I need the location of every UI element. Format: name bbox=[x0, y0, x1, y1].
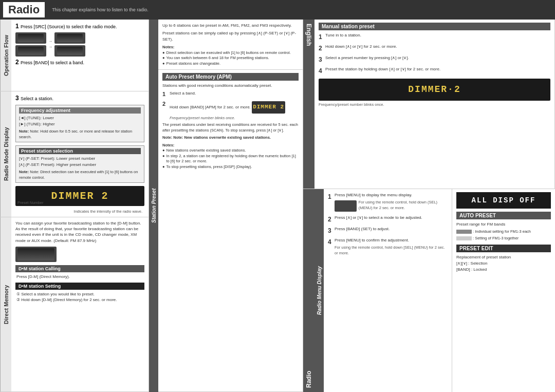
page-title: Radio bbox=[3, 2, 45, 17]
auto-preset-body: Preset range for FM bands : Individual s… bbox=[456, 221, 551, 241]
step2-num: 2 bbox=[15, 59, 21, 66]
op-arrows: → → bbox=[48, 39, 52, 49]
apm-steps: Stations with good receiving conditions … bbox=[162, 83, 299, 170]
manual-freq-blinks: Frequency/preset number blinks once. bbox=[319, 102, 550, 107]
apm-device-display: DIMMER 2 bbox=[252, 101, 285, 114]
page-header: Radio This chapter explains how to liste… bbox=[0, 0, 555, 20]
direct-memory-content: You can assign your favorite broadcastin… bbox=[11, 217, 149, 391]
op-images: → → bbox=[15, 32, 117, 57]
rm-step3-text: Press [BAND] (SET) to adjust. bbox=[335, 226, 390, 232]
preset-line2: [∧] (P-SET: Preset): Higher preset numbe… bbox=[19, 162, 141, 168]
radio-menu-steps: 1 Press [MENU] to display the menu displ… bbox=[328, 192, 448, 256]
device-inner-1 bbox=[18, 34, 44, 42]
apm-step1-text: Select a band. bbox=[170, 90, 196, 96]
step3-text: Select a station. bbox=[21, 96, 53, 101]
left-panel: Operation Flow 1 Press [SRC] (Source) to… bbox=[0, 20, 149, 392]
radio-label: Radio bbox=[305, 371, 312, 388]
rm-step4-num: 4 bbox=[328, 237, 333, 247]
dm-setting-title: D•M station Setting bbox=[15, 283, 144, 290]
fm2-label: : Setting of FM1-3 together bbox=[473, 235, 519, 241]
step3-num: 3 bbox=[15, 95, 21, 102]
manual-step4-num: 4 bbox=[319, 66, 324, 76]
freq-line2: [►] (TUNE): Higher bbox=[19, 121, 141, 127]
manual-step1-text: Tune in to a station. bbox=[325, 32, 361, 39]
op-devices bbox=[15, 32, 46, 57]
rm-step1-note: For using the remote control, hold down … bbox=[335, 199, 448, 213]
rm-step2-num: 2 bbox=[328, 215, 333, 224]
apm-step2-content: Hold down [BAND] [APM] for 2 sec. or mor… bbox=[170, 100, 285, 121]
dm-step2: ② Hold down [D-M] (Direct Memory) for 2 … bbox=[16, 297, 144, 303]
preset-edit-title: PRESET EDIT bbox=[456, 245, 551, 252]
fm-color-light bbox=[456, 236, 472, 240]
right-bottom-with-sidebar: Radio Radio Menu Display 1 Press [MENU] … bbox=[303, 189, 555, 392]
right-top-columns: Manual station preset 1 Tune in to a sta… bbox=[314, 20, 555, 189]
device-img-2 bbox=[15, 45, 46, 57]
radio-menu-label: Radio Menu Display bbox=[317, 266, 322, 315]
preset-sel-body: [∨] (P-SET: Preset): Lower preset number… bbox=[19, 156, 141, 180]
preset-line1: [∨] (P-SET: Preset): Lower preset number bbox=[19, 156, 141, 162]
sp-text1: Up to 6 stations can be preset in AM, FM… bbox=[162, 23, 299, 29]
sp-notes: Notes: ●Direct selection can be executed… bbox=[162, 45, 299, 66]
right-top-inner: Manual station preset 1 Tune in to a sta… bbox=[314, 20, 555, 189]
manual-step3-num: 3 bbox=[319, 55, 324, 64]
all-disp-box: ALL DISP OFF bbox=[456, 192, 551, 209]
manual-step2-num: 2 bbox=[319, 44, 324, 53]
remote-device-img bbox=[335, 200, 357, 212]
fm-color-dark bbox=[456, 230, 472, 234]
apm-note1: ●New stations overwrite existing saved s… bbox=[162, 148, 299, 154]
preset-edit-line2: [∧][∨] : Selection bbox=[456, 260, 551, 267]
manual-step4-text: Preset the station by holding down [∧] o… bbox=[325, 66, 440, 72]
rm-step4-note: For using the remote control, hold down … bbox=[335, 245, 448, 256]
dm-calling-title: D•M station Calling bbox=[15, 265, 144, 272]
step2: 2 Press [BAND] to select a band. bbox=[15, 59, 117, 66]
device-img-1 bbox=[15, 32, 46, 44]
station-preset-content: Up to 6 stations can be preset in AM, FM… bbox=[158, 20, 303, 392]
station-preset-label: Station Preset bbox=[151, 189, 157, 223]
radio-mode-content: 3 Select a station. Frequency adjustment… bbox=[11, 91, 149, 217]
station-preset-top: Up to 6 stations can be preset in AM, FM… bbox=[158, 20, 303, 70]
apm-bottom-note: Note: Note: New stations overwrite exist… bbox=[162, 135, 299, 141]
rm-step4-content: Press [MENU] to confirm the adjustment. … bbox=[335, 237, 448, 256]
radio-display-wrapper: Band Frequency DIMMER 2 Preset Number bbox=[15, 186, 144, 206]
manual-step3-text: Select a preset number by pressing [∧] o… bbox=[325, 55, 409, 61]
sp-text2: Preset stations can be simply called up … bbox=[162, 30, 299, 43]
manual-steps: 1 Tune in to a station. 2 Hold down [∧] … bbox=[319, 32, 550, 107]
apm-note2: ●In step 2, a station can be registered … bbox=[162, 154, 299, 164]
radio-menu-step2: 2 Press [∧] or [∨] to select a mode to b… bbox=[328, 215, 448, 224]
direct-memory-section: Direct Memory You can assign your favori… bbox=[0, 217, 149, 392]
freq-line1: [◄] (TUNE): Lower bbox=[19, 115, 141, 121]
preset-range: Preset range for FM bands bbox=[456, 221, 551, 228]
manual-display-text: DIMMER·2 bbox=[408, 84, 460, 95]
apm-step2-text: Hold down [BAND] [APM] for 2 sec. or mor… bbox=[170, 105, 251, 109]
apm-note3: ●To stop presetting stations, press [DIS… bbox=[162, 164, 299, 170]
all-disp-text: ALL DISP OFF bbox=[472, 196, 536, 204]
fm1-label: : Individual setting for FM1-3 each bbox=[473, 229, 531, 234]
manual-display-area: DIMMER·2 Frequency/preset number blinks … bbox=[319, 79, 550, 107]
dm-device-img bbox=[15, 247, 57, 262]
english-label: English bbox=[305, 24, 312, 46]
radio-right-boxes: ALL DISP OFF AUTO PRESET Preset range fo… bbox=[452, 189, 555, 392]
manual-step2-text: Hold down [∧] or [∨] for 2 sec. or more. bbox=[325, 44, 397, 50]
device-inner-2 bbox=[18, 47, 44, 55]
rm-step4-text: Press [MENU] to confirm the adjustment. bbox=[335, 237, 448, 244]
device-img-4 bbox=[54, 45, 85, 57]
dm-setting-body: ① Select a station you would like to pre… bbox=[15, 291, 144, 303]
operation-flow-content: 1 Press [SRC] (Source) to select the rad… bbox=[11, 20, 121, 91]
apm-step2-num: 2 bbox=[162, 100, 168, 108]
step1: 1 Press [SRC] (Source) to select the rad… bbox=[15, 23, 117, 30]
fm2-bar: : Setting of FM1-3 together bbox=[456, 235, 551, 241]
radio-menu-step1: 1 Press [MENU] to display the menu displ… bbox=[328, 192, 448, 213]
freq-adj-title: Frequency adjustment bbox=[19, 107, 141, 114]
preset-station-selection-box: Preset station selection [∨] (P-SET: Pre… bbox=[15, 145, 144, 183]
preset-label: Preset Number bbox=[17, 200, 43, 205]
dm-calling-body: Press [D-M] (Direct Memory). bbox=[15, 274, 144, 279]
apm-step1: 1 Select a band. bbox=[162, 90, 299, 98]
rm-step3-num: 3 bbox=[328, 226, 333, 235]
op-devices-2 bbox=[54, 32, 85, 57]
device-inner-4 bbox=[57, 47, 83, 55]
dm-device-inner bbox=[17, 248, 54, 260]
middle-panel: Station Preset Up to 6 stations can be p… bbox=[149, 20, 303, 392]
preset-note: Note: Note: Direct selection can be exec… bbox=[19, 170, 141, 180]
preset-sel-title: Preset station selection bbox=[19, 148, 141, 154]
apm-section: Auto Preset Memory (APM) Stations with g… bbox=[158, 70, 303, 392]
